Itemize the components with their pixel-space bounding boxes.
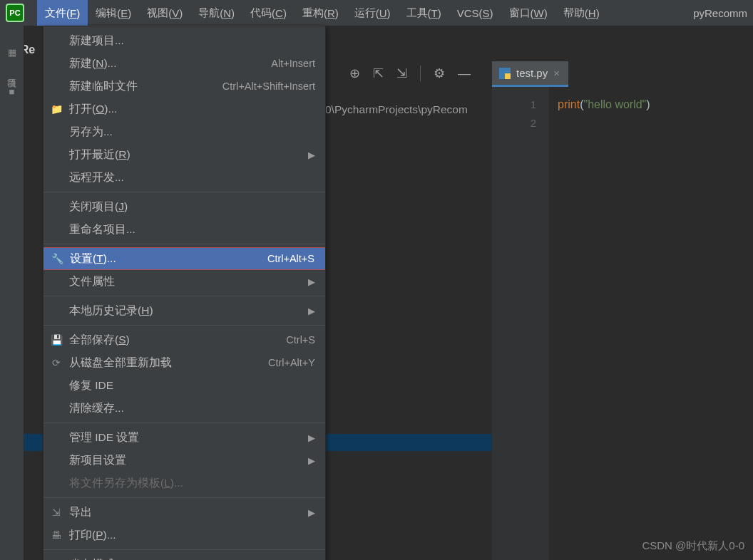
menu-close-project[interactable]: 关闭项目(J) — [43, 195, 325, 218]
separator — [43, 192, 325, 192]
menu-vcs[interactable]: VCS(S) — [449, 0, 501, 26]
menu-repair-ide[interactable]: 修复 IDE — [43, 374, 325, 397]
watermark: CSDN @时代新人0-0 — [642, 539, 744, 553]
file-menu-dropdown: 新建项目... 新建(N)...Alt+Insert 新建临时文件Ctrl+Al… — [43, 26, 326, 560]
python-file-icon — [499, 68, 511, 79]
separator — [43, 422, 325, 423]
chevron-right-icon: ▶ — [308, 432, 315, 443]
separator — [43, 325, 325, 326]
menu-invalidate-cache[interactable]: 清除缓存... — [43, 397, 325, 420]
menu-save-as[interactable]: 另存为... — [43, 120, 325, 143]
menu-new-scratch[interactable]: 新建临时文件Ctrl+Alt+Shift+Insert — [43, 75, 325, 98]
menu-save-template: 将文件另存为模板(L)... — [43, 472, 325, 494]
separator — [43, 244, 325, 244]
gear-icon[interactable]: ⚙ — [434, 66, 445, 81]
menu-file-properties[interactable]: 文件属性▶ — [43, 270, 325, 293]
menu-run[interactable]: 运行(U) — [347, 0, 399, 26]
menu-rename-project[interactable]: 重命名项目... — [43, 218, 325, 241]
tab-filename: test.py — [516, 67, 548, 79]
line-number: 1 — [492, 95, 536, 114]
menu-power-save[interactable]: 省电模式 — [43, 553, 325, 560]
code-content[interactable]: print("hello world") — [549, 87, 753, 560]
menu-settings[interactable]: 🔧设置(T)...Ctrl+Alt+S — [43, 247, 325, 270]
menu-window[interactable]: 窗口(W) — [501, 0, 555, 26]
menu-new[interactable]: 新建(N)...Alt+Insert — [43, 52, 325, 75]
menubar: PC 文件(F) 编辑(E) 视图(V) 导航(N) 代码(C) 重构(R) 运… — [0, 0, 753, 26]
close-icon[interactable]: × — [553, 67, 560, 79]
menu-navigate[interactable]: 导航(N) — [190, 0, 242, 26]
breadcrumb-path: 0\PycharmProjects\pyRecom — [325, 103, 468, 116]
chevron-right-icon: ▶ — [308, 507, 315, 518]
toolbar-icons: ⊕ ⇱ ⇲ ⚙ — — [349, 66, 471, 81]
wrench-icon: 🔧 — [51, 253, 63, 264]
separator — [420, 66, 421, 81]
menu-save-all[interactable]: 💾全部保存(S)Ctrl+S — [43, 328, 325, 351]
menu-tools[interactable]: 工具(T) — [399, 0, 449, 26]
tab-test-py[interactable]: test.py × — [492, 61, 568, 87]
menu-file[interactable]: 文件(F) — [37, 0, 88, 26]
project-title: pyRecomm — [693, 7, 753, 19]
menu-view[interactable]: 视图(V) — [139, 0, 190, 26]
menu-edit[interactable]: 编辑(E) — [88, 0, 139, 26]
print-icon: 🖶 — [51, 529, 62, 541]
chevron-right-icon: ▶ — [308, 150, 315, 160]
separator — [43, 497, 325, 498]
save-icon: 💾 — [51, 334, 62, 346]
code-editor[interactable]: 1 2 print("hello world") — [492, 87, 753, 560]
menu-reload-disk[interactable]: ⟳从磁盘全部重新加载Ctrl+Alt+Y — [43, 351, 325, 374]
folder-open-icon: 📁 — [51, 103, 62, 115]
editor-tabs: test.py × — [492, 61, 568, 87]
menu-new-project-settings[interactable]: 新项目设置▶ — [43, 449, 325, 472]
expand-icon[interactable]: ⇱ — [373, 66, 384, 81]
reload-icon: ⟳ — [51, 357, 62, 368]
tool-strip: ▦ 项目 ■ — [0, 26, 24, 560]
menu-code[interactable]: 代码(C) — [242, 0, 294, 26]
menu-refactor[interactable]: 重构(R) — [294, 0, 347, 26]
app-icon: PC — [6, 4, 24, 22]
menu-remote-dev[interactable]: 远程开发... — [43, 166, 325, 189]
line-number: 2 — [492, 114, 536, 133]
chevron-right-icon: ▶ — [308, 306, 315, 316]
menu-local-history[interactable]: 本地历史记录(H)▶ — [43, 299, 325, 322]
menu-print[interactable]: 🖶打印(P)... — [43, 524, 325, 546]
folder-icon[interactable]: ■ — [9, 86, 15, 97]
target-icon[interactable]: ⊕ — [349, 66, 360, 81]
menu-export[interactable]: ⇲导出▶ — [43, 501, 325, 524]
menu-new-project[interactable]: 新建项目... — [43, 29, 325, 52]
menu-help[interactable]: 帮助(H) — [555, 0, 608, 26]
chevron-right-icon: ▶ — [308, 276, 315, 287]
svg-rect-1 — [505, 73, 511, 79]
menu-manage-ide[interactable]: 管理 IDE 设置▶ — [43, 426, 325, 449]
menu-open[interactable]: 📁打开(O)... — [43, 98, 325, 120]
menu-open-recent[interactable]: 打开最近(R)▶ — [43, 143, 325, 166]
export-icon: ⇲ — [51, 507, 62, 518]
separator — [43, 296, 325, 296]
grid-icon[interactable]: ▦ — [8, 47, 16, 58]
line-gutter: 1 2 — [492, 87, 549, 560]
chevron-right-icon: ▶ — [308, 455, 315, 466]
separator — [43, 549, 325, 550]
minimize-icon[interactable]: — — [458, 66, 471, 81]
collapse-icon[interactable]: ⇲ — [396, 66, 407, 81]
